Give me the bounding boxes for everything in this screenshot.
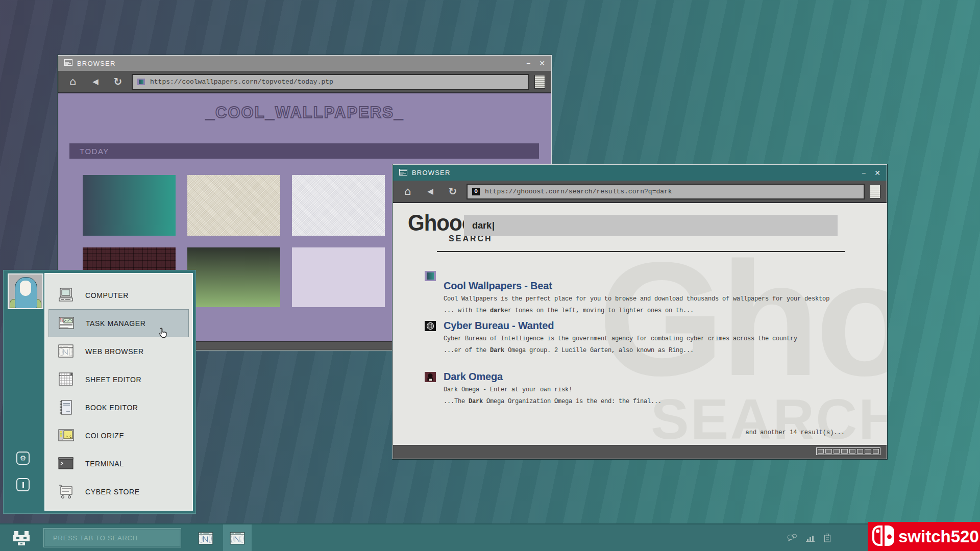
cyber-store-icon	[57, 484, 75, 500]
result-link-cool-wallpapers[interactable]: Cool Wallpapers - Beat	[444, 280, 842, 291]
window-search-browser: BROWSER − ✕ ⌂ ◀ ↻ O https://ghooost.corn…	[393, 164, 887, 459]
sheet-editor-icon	[57, 371, 75, 388]
desktop: BROWSER − ✕ ⌂ ◀ ↻ https://coolwallpapers…	[0, 0, 980, 551]
colorize-icon	[57, 428, 75, 444]
search-placeholder: PRESS TAB TO SEARCH	[53, 534, 138, 542]
browser-toolbar: ⌂ ◀ ↻ O https://ghooost.corn/search/resu…	[393, 181, 887, 203]
window-status-bar	[393, 445, 887, 459]
wallpaper-tile-beige-noise[interactable]	[187, 175, 280, 236]
query-text: dark	[472, 220, 492, 231]
menu-item-cyber-store[interactable]: CYBER STORE	[48, 478, 189, 506]
menu-item-computer[interactable]: COMPUTER	[48, 281, 189, 309]
home-icon[interactable]: ⌂	[399, 185, 416, 197]
page-document-icon[interactable]	[870, 185, 880, 198]
browser-app-icon	[64, 59, 72, 68]
search-query-input[interactable]: dark |	[464, 215, 838, 236]
menu-item-book-editor[interactable]: BOOK EDITOR	[48, 393, 189, 421]
power-button[interactable]	[16, 478, 30, 491]
today-section-bar: TODAY	[69, 143, 539, 159]
taskbar-window-browser-2-active[interactable]	[223, 524, 252, 551]
result-snippet: ...The Dark Ωmega Ωrganization Ωmega is …	[444, 398, 842, 406]
dark-omega-result-icon	[425, 372, 436, 382]
home-icon[interactable]: ⌂	[64, 76, 82, 88]
computer-icon	[57, 287, 75, 304]
menu-item-terminal[interactable]: TERMINAL	[48, 449, 189, 478]
window-title: BROWSER	[77, 60, 116, 67]
coolwallpapers-favicon	[137, 79, 145, 85]
nintendo-switch-logo-icon	[872, 524, 895, 549]
ghooost-results-page: Ghooost SEARCH Ghooost SEARCH dark | Coo…	[393, 203, 887, 445]
url-bar[interactable]: O https://ghooost.corn/search/results.co…	[467, 184, 865, 199]
close-button[interactable]: ✕	[539, 60, 545, 67]
gear-icon: ⚙	[20, 454, 27, 462]
clipboard-icon[interactable]	[824, 534, 831, 544]
url-bar[interactable]: https://coolwallpapers.corn/topvoted/tod…	[132, 74, 529, 90]
task-manager-icon	[57, 315, 76, 332]
result-snippet: Cyber Bureau of Intelligence is the gove…	[444, 336, 842, 343]
cyber-bureau-result-icon	[425, 321, 436, 331]
search-result: Cool Wallpapers - Beat Cool Wallpapers i…	[444, 270, 842, 315]
results-divider	[437, 251, 845, 252]
search-result: Cyber Bureau - Wanted Cyber Bureau of In…	[444, 320, 842, 355]
start-menu-panel: COMPUTER TASK MANAGER WEB BROWSER SHEET …	[44, 273, 193, 511]
minimize-button[interactable]: −	[526, 60, 530, 67]
back-icon[interactable]: ◀	[422, 187, 439, 196]
back-icon[interactable]: ◀	[87, 77, 104, 86]
site-title: _COOL_WALLPAPERS_	[206, 104, 404, 122]
settings-button[interactable]: ⚙	[16, 452, 30, 465]
wallpaper-tile-lavender[interactable]	[292, 247, 385, 307]
wallpaper-tile-teal-gradient[interactable]	[83, 175, 176, 236]
result-snippet: ... with the darker tones on the left, m…	[444, 308, 842, 315]
result-link-cyber-bureau[interactable]: Cyber Bureau - Wanted	[444, 320, 842, 331]
mouse-cursor-hand-icon	[156, 327, 169, 340]
watermark-text: switch520	[898, 527, 979, 546]
result-link-dark-omega[interactable]: Dark Omega	[444, 371, 842, 382]
result-snippet: Cool Wallpapers is the perfect place for…	[444, 296, 842, 303]
taskbar-window-browser-1[interactable]	[198, 532, 213, 545]
book-editor-icon	[57, 399, 75, 416]
avatar-face	[20, 281, 31, 296]
window-title: BROWSER	[412, 169, 451, 177]
titlebar-inactive[interactable]: BROWSER − ✕	[58, 56, 551, 71]
minimize-button[interactable]: −	[862, 169, 866, 177]
wallpaper-tile-white-noise[interactable]	[292, 175, 385, 236]
result-snippet: ...er of the Dark Omega group. 2 Lucille…	[444, 347, 842, 355]
bar-chart-icon[interactable]	[806, 534, 815, 544]
menu-item-colorize[interactable]: COLORIZE	[48, 421, 189, 449]
taskbar: PRESS TAB TO SEARCH switch520	[0, 523, 980, 551]
results-count-footer: and another 14 result(s)...	[746, 429, 845, 436]
close-button[interactable]: ✕	[874, 169, 880, 177]
cool-wallpapers-result-icon	[425, 271, 436, 281]
switch520-watermark: switch520	[868, 522, 980, 551]
titlebar-active[interactable]: BROWSER − ✕	[393, 165, 887, 181]
refresh-icon[interactable]: ↻	[109, 76, 127, 88]
menu-item-web-browser[interactable]: WEB BROWSER	[48, 337, 189, 365]
power-icon	[22, 482, 24, 488]
menu-item-sheet-editor[interactable]: SHEET EDITOR	[48, 365, 189, 393]
result-snippet: Dark Omega - Enter at your own risk!	[444, 387, 842, 394]
start-robot-icon[interactable]	[13, 531, 30, 546]
horizontal-scrollbar[interactable]	[816, 447, 880, 455]
start-menu: ⚙ COMPUTER TASK MANAGER WEB BROWSER	[3, 270, 196, 514]
search-result: Dark Omega Dark Omega - Enter at your ow…	[444, 371, 842, 406]
terminal-icon	[57, 456, 75, 472]
chat-icon[interactable]	[787, 534, 797, 544]
page-document-icon[interactable]	[534, 75, 545, 89]
wallpaper-tile-green-gradient[interactable]	[187, 247, 280, 307]
browser-app-icon	[399, 168, 407, 178]
url-text: https://ghooost.corn/search/results.corn…	[485, 188, 672, 195]
browser-window-icon	[230, 532, 245, 545]
ghooost-favicon: O	[472, 188, 480, 195]
user-avatar[interactable]	[8, 273, 43, 309]
text-caret: |	[492, 220, 495, 231]
taskbar-search-input[interactable]: PRESS TAB TO SEARCH	[43, 528, 181, 547]
refresh-icon[interactable]: ↻	[444, 185, 461, 197]
system-tray	[787, 534, 831, 544]
today-label: TODAY	[80, 147, 109, 156]
web-browser-icon	[57, 343, 75, 360]
browser-toolbar: ⌂ ◀ ↻ https://coolwallpapers.corn/topvot…	[58, 71, 551, 93]
url-text: https://coolwallpapers.corn/topvoted/tod…	[150, 78, 333, 86]
